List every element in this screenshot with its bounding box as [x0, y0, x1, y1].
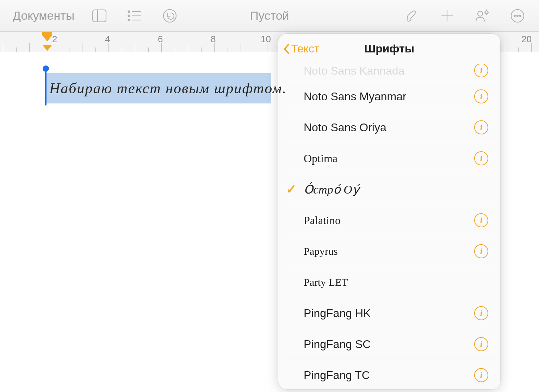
font-info-button[interactable]: i: [474, 120, 488, 134]
ruler-tick: [214, 43, 215, 52]
ruler-tick: [201, 48, 202, 52]
ruler-tick: [122, 48, 122, 52]
svg-point-2: [128, 11, 130, 12]
svg-point-19: [517, 15, 518, 17]
font-name-label: О́стро́ Оу́: [304, 182, 474, 196]
divider: [287, 360, 500, 360]
ruler-tick: [82, 43, 82, 52]
divider: [287, 143, 500, 143]
font-item[interactable]: Papyrusi: [278, 236, 500, 267]
toolbar-right-group: [404, 8, 526, 24]
font-info-button[interactable]: i: [474, 368, 488, 382]
more-icon[interactable]: [509, 8, 526, 24]
font-info-button[interactable]: i: [474, 151, 488, 165]
divider: [287, 236, 500, 236]
ruler-tick: [95, 48, 96, 52]
format-brush-icon[interactable]: [404, 8, 420, 24]
toolbar: Документы Пустой: [0, 0, 539, 32]
ruler-tick: [175, 48, 175, 52]
font-item[interactable]: Optimai: [278, 143, 500, 174]
font-info-button[interactable]: i: [474, 64, 488, 77]
ruler-tick: [43, 48, 43, 52]
ruler-number: 6: [158, 34, 163, 45]
font-item[interactable]: PingFang HKi: [278, 298, 500, 329]
ruler-tick: [161, 43, 162, 52]
ruler-tick: [16, 48, 17, 52]
document-title[interactable]: Пустой: [250, 9, 289, 23]
svg-point-20: [520, 15, 521, 17]
fonts-popover: Текст Шрифты Noto Sans KannadaiNoto Sans…: [278, 34, 500, 389]
svg-rect-0: [93, 10, 106, 22]
font-list-container[interactable]: Noto Sans KannadaiNoto Sans MyanmariNoto…: [278, 64, 500, 389]
popover-back-label: Текст: [291, 42, 320, 55]
ruler-tick: [188, 43, 188, 52]
documents-back-button[interactable]: Документы: [13, 9, 74, 23]
popover-title: Шрифты: [364, 42, 414, 55]
ruler-tick: [241, 43, 241, 52]
popover-back-button[interactable]: Текст: [283, 42, 320, 55]
add-icon[interactable]: [439, 8, 455, 24]
svg-point-18: [514, 15, 515, 17]
font-info-button[interactable]: i: [474, 337, 488, 351]
font-name-label: PingFang TC: [304, 369, 474, 382]
ruler-tick: [3, 43, 3, 52]
toolbar-left-group: [91, 8, 178, 24]
font-info-button[interactable]: i: [474, 213, 488, 227]
divider: [287, 174, 500, 174]
svg-point-12: [485, 11, 488, 14]
ruler-number: 4: [105, 34, 110, 45]
font-info-button[interactable]: i: [474, 306, 488, 320]
ruler-left-margin-marker[interactable]: [42, 45, 52, 51]
divider: [287, 112, 500, 112]
font-list: Noto Sans KannadaiNoto Sans MyanmariNoto…: [278, 64, 500, 389]
ruler-number: 2: [52, 34, 57, 45]
svg-point-6: [128, 19, 130, 21]
collaborate-icon[interactable]: [474, 8, 490, 24]
text-block[interactable]: Набираю текст новым шрифтом.: [46, 73, 290, 103]
font-info-button[interactable]: i: [474, 244, 488, 258]
ruler-tick: [109, 43, 109, 52]
ruler-tick: [254, 48, 254, 52]
svg-point-4: [128, 15, 130, 17]
ruler-tick: [29, 43, 30, 52]
ruler-number: 10: [261, 34, 271, 45]
font-item[interactable]: PingFang TCi: [278, 360, 500, 389]
ruler-tick: [505, 43, 505, 52]
font-name-label: Noto Sans Myanmar: [304, 90, 474, 103]
font-item[interactable]: ✓О́стро́ Оу́i: [278, 174, 500, 205]
divider: [287, 267, 500, 267]
font-item[interactable]: Noto Sans Myanmari: [278, 81, 500, 112]
undo-icon[interactable]: [162, 8, 178, 24]
font-name-label: Papyrus: [304, 245, 474, 257]
ruler-number: 8: [211, 34, 216, 45]
font-item[interactable]: PingFang SCi: [278, 329, 500, 360]
font-item[interactable]: Palatinoi: [278, 205, 500, 236]
ruler-tick: [135, 43, 135, 52]
ruler-indent-marker[interactable]: [42, 32, 52, 35]
font-item[interactable]: Noto Sans Kannadai: [278, 64, 500, 81]
ruler-tick: [518, 48, 519, 52]
svg-point-11: [478, 11, 483, 16]
font-info-button[interactable]: i: [474, 89, 488, 103]
ruler-tick: [148, 48, 149, 52]
sidebar-icon[interactable]: [91, 8, 107, 24]
font-name-label: PingFang HK: [304, 307, 474, 320]
divider: [287, 205, 500, 205]
font-name-label: PingFang SC: [304, 338, 474, 351]
document-text[interactable]: Набираю текст новым шрифтом.: [46, 80, 290, 97]
font-item[interactable]: Party LETi: [278, 267, 500, 298]
font-name-label: Party LET: [304, 276, 474, 288]
ruler-tick: [531, 43, 532, 52]
divider: [287, 329, 500, 329]
font-name-label: Noto Sans Oriya: [304, 121, 474, 134]
checkmark-icon: ✓: [286, 182, 297, 197]
ruler-tick: [228, 48, 228, 52]
divider: [287, 81, 500, 81]
font-item[interactable]: Noto Sans Oriyai: [278, 112, 500, 143]
ruler-tick: [267, 43, 267, 52]
ruler-number: 20: [521, 34, 532, 45]
font-name-label: Palatino: [304, 214, 474, 227]
font-name-label: Noto Sans Kannada: [304, 64, 474, 77]
ruler-first-line-marker[interactable]: [42, 35, 52, 42]
list-icon[interactable]: [126, 8, 143, 24]
